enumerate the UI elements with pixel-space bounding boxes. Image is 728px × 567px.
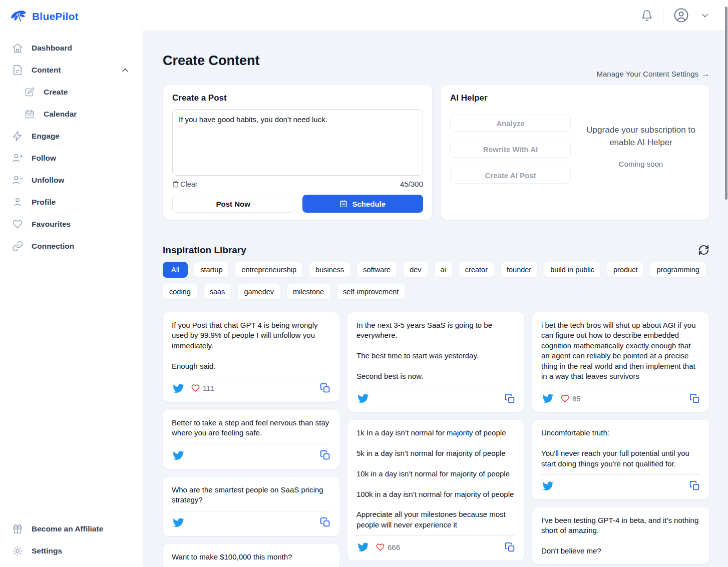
- copy-button[interactable]: [320, 383, 330, 393]
- user-icon: [12, 197, 23, 208]
- tag-filter-coding[interactable]: coding: [163, 284, 197, 300]
- tag-filter-entrepreneurship[interactable]: entrepreneurship: [235, 262, 303, 278]
- sidebar-item-create[interactable]: Create: [0, 81, 143, 103]
- tag-filter-gamedev[interactable]: gamedev: [237, 284, 280, 300]
- bell-icon: [641, 10, 653, 22]
- ai-create-ai-post-button[interactable]: Create AI Post: [450, 167, 571, 184]
- tweet-card: Want to make $100,000 this month?: [163, 544, 339, 567]
- twitter-icon[interactable]: [356, 541, 370, 552]
- twitter-icon[interactable]: [172, 383, 185, 394]
- notifications-button[interactable]: [640, 9, 654, 23]
- twitter-icon[interactable]: [172, 517, 185, 528]
- tag-filter-creator[interactable]: creator: [459, 262, 494, 278]
- sidebar-item-profile[interactable]: Profile: [0, 191, 143, 213]
- inspiration-library-title: Inspiration Library: [163, 245, 246, 256]
- tag-filter-dev[interactable]: dev: [403, 262, 428, 278]
- arrow-right-icon: →: [702, 70, 709, 78]
- tweet-text: Uncomfortable truth: You'll never reach …: [541, 428, 700, 469]
- tag-filter-all[interactable]: All: [163, 262, 188, 278]
- copy-button[interactable]: [689, 393, 700, 404]
- char-counter: 45/300: [400, 180, 423, 188]
- tweet-card-footer: [356, 387, 515, 404]
- refresh-icon: [698, 244, 709, 256]
- tweet-card-footer: [541, 474, 700, 491]
- copy-button[interactable]: [320, 450, 330, 460]
- sidebar-item-calendar[interactable]: Calendar: [0, 103, 143, 125]
- twitter-icon[interactable]: [541, 393, 555, 404]
- sidebar-item-unfollow[interactable]: Unfollow: [0, 169, 143, 191]
- dragonfly-logo-icon: [11, 9, 28, 24]
- sidebar-item-follow[interactable]: Follow: [0, 147, 143, 169]
- sidebar-item-become-an-affiliate[interactable]: Become an Affiliate: [0, 518, 143, 540]
- edit-icon: [24, 87, 35, 97]
- tag-filter-ai[interactable]: ai: [434, 262, 453, 278]
- like-count-value: 85: [572, 394, 581, 403]
- sidebar-item-label: Dashboard: [32, 44, 72, 53]
- like-count: 111: [191, 383, 214, 393]
- twitter-icon[interactable]: [356, 393, 370, 404]
- like-count-value: 666: [388, 543, 400, 551]
- tweet-text: I've been testing GPT-4 in beta, and it'…: [541, 515, 700, 556]
- tag-filter-build-in-public[interactable]: build in public: [544, 262, 601, 278]
- tag-filter-software[interactable]: software: [356, 262, 397, 278]
- sidebar-item-content[interactable]: Content: [0, 59, 143, 81]
- home-icon: [12, 43, 23, 54]
- sidebar-item-label: Become an Affiliate: [32, 524, 103, 533]
- tag-filter-self-improvement[interactable]: self-improvement: [336, 284, 405, 300]
- copy-button[interactable]: [505, 542, 515, 552]
- copy-icon: [505, 542, 515, 552]
- vertical-scrollbar[interactable]: [725, 7, 727, 200]
- copy-icon: [320, 383, 330, 393]
- sidebar-item-dashboard[interactable]: Dashboard: [0, 37, 143, 59]
- ai-rewrite-with-ai-button[interactable]: Rewrite With AI: [450, 141, 571, 158]
- tag-filter-saas[interactable]: saas: [203, 284, 232, 300]
- chevron-down-icon: [700, 11, 710, 21]
- post-now-button[interactable]: Post Now: [172, 195, 294, 213]
- sidebar-item-favourites[interactable]: Favourites: [0, 213, 143, 235]
- refresh-button[interactable]: [698, 244, 709, 256]
- tweet-card: If you Post that chat GPT 4 is being wro…: [163, 312, 339, 402]
- sidebar: BluePilot DashboardContentCreateCalendar…: [0, 0, 143, 567]
- sidebar-item-label: Profile: [32, 198, 56, 207]
- app-name: BluePilot: [32, 11, 79, 23]
- ai-analyze-button[interactable]: Analyze: [450, 115, 571, 132]
- tweet-text: 1k In a day isn’t normal for majority of…: [356, 428, 515, 530]
- tag-filter-business[interactable]: business: [309, 262, 350, 278]
- sidebar-item-settings[interactable]: Settings: [0, 540, 143, 562]
- account-menu-toggle[interactable]: [699, 10, 711, 22]
- like-count-value: 111: [203, 384, 214, 392]
- tweet-text: In the next 3-5 years SaaS is going to b…: [356, 320, 515, 381]
- app-logo[interactable]: BluePilot: [0, 0, 143, 24]
- tag-filter-product[interactable]: product: [607, 262, 644, 278]
- tweet-text: Who are the smartest people on SaaS pric…: [172, 485, 330, 505]
- main-area: Create Content Manage Your Content Setti…: [143, 0, 728, 567]
- link-icon: [12, 241, 23, 252]
- twitter-icon[interactable]: [172, 450, 185, 461]
- tweet-card: In the next 3-5 years SaaS is going to b…: [347, 312, 524, 412]
- post-textarea[interactable]: If you have good habits, you don’t need …: [172, 109, 423, 176]
- tag-filter-programming[interactable]: programming: [650, 262, 705, 278]
- ai-helper-buttons: AnalyzeRewrite With AICreate AI Post: [450, 108, 571, 184]
- manage-content-settings-link[interactable]: Manage Your Content Settings →: [597, 70, 709, 78]
- copy-icon: [689, 480, 700, 491]
- sidebar-item-label: Connection: [32, 242, 74, 251]
- tag-filter-milestone[interactable]: milestone: [286, 284, 330, 300]
- schedule-button[interactable]: Schedule: [302, 195, 424, 213]
- account-button[interactable]: [672, 7, 690, 24]
- tweet-card-footer: 85: [541, 387, 700, 404]
- sidebar-item-connection[interactable]: Connection: [0, 235, 143, 257]
- copy-button[interactable]: [505, 393, 515, 404]
- copy-button[interactable]: [320, 517, 330, 527]
- sidebar-item-label: Content: [32, 66, 61, 75]
- twitter-icon[interactable]: [541, 480, 555, 491]
- coming-soon-text: Coming soon: [619, 160, 663, 168]
- inspiration-column: i bet the tech bros will shut up about A…: [532, 312, 709, 564]
- sidebar-item-engage[interactable]: Engage: [0, 125, 143, 147]
- tag-filter-startup[interactable]: startup: [194, 262, 229, 278]
- copy-icon: [320, 450, 330, 460]
- tag-filter-founder[interactable]: founder: [500, 262, 538, 278]
- clear-button[interactable]: Clear: [172, 180, 198, 188]
- tweet-text: Better to take a step and feel nervous t…: [172, 418, 330, 438]
- copy-button[interactable]: [689, 480, 700, 491]
- tweet-card: Uncomfortable truth: You'll never reach …: [532, 420, 709, 499]
